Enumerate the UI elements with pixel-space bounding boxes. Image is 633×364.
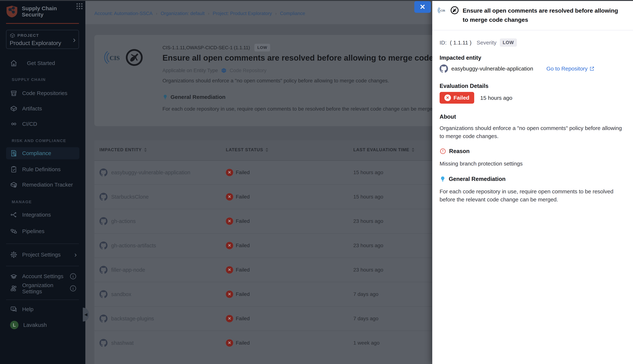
- table-row[interactable]: filler-app-node ✕Failed 23 hours ago: [94, 258, 453, 282]
- failed-status-badge: ✕ Failed: [440, 92, 474, 104]
- sidebar-item-label: CI/CD: [22, 121, 37, 127]
- column-impacted-entity[interactable]: IMPACTED ENTITY: [100, 147, 147, 152]
- supply-chain-security-shield-icon: [6, 5, 18, 18]
- severity-badge: LOW: [254, 44, 270, 52]
- sidebar-item-pipelines[interactable]: Pipelines: [6, 225, 79, 237]
- breadcrumb-account[interactable]: Account: Automation-SSCA: [94, 10, 152, 16]
- github-icon: [100, 266, 108, 274]
- failed-status-icon: ✕: [226, 339, 233, 346]
- cis-logo: CIS: [437, 6, 446, 15]
- home-icon: [10, 60, 18, 67]
- sidebar: Supply Chain Security PROJECT Product Ex…: [0, 0, 85, 364]
- status-label: Failed: [236, 170, 250, 176]
- sidebar-item-label: Artifacts: [22, 106, 42, 112]
- failed-status-icon: ✕: [226, 266, 233, 274]
- table-row[interactable]: shashwat ✕Failed 1 week ago: [94, 331, 453, 355]
- sidebar-item-rule-definitions[interactable]: Rule Definitions: [6, 163, 79, 176]
- go-to-repository-link[interactable]: Go to Repository: [546, 66, 594, 72]
- applicable-label: Applicable on Entity Type: [162, 68, 218, 74]
- evaluation-time: 1 week ago: [353, 340, 380, 346]
- project-name: Product Exploratory: [10, 40, 75, 46]
- sidebar-item-organization-settings[interactable]: Organization Settings: [6, 282, 79, 294]
- sidebar-item-label: Account Settings: [22, 273, 63, 280]
- severity-badge: LOW: [500, 38, 517, 47]
- sidebar-item-help[interactable]: ? Help: [6, 303, 79, 315]
- module-switcher-grid-icon[interactable]: [76, 2, 84, 10]
- table-header: IMPACTED ENTITY LATEST STATUS LAST EVALU…: [94, 140, 453, 161]
- table-row[interactable]: easybuggy-vulnerable-application ✕Failed…: [94, 160, 453, 185]
- table-row[interactable]: gh-actions-artifacts ✕Failed 23 hours ag…: [94, 234, 453, 258]
- project-chevron-icon: ›: [73, 36, 76, 44]
- evaluation-time: 23 hours ago: [353, 242, 383, 248]
- github-icon: [100, 168, 108, 176]
- status-label: Failed: [236, 194, 250, 200]
- failed-status-icon: ✕: [226, 242, 233, 249]
- window-top-edge: [0, 0, 633, 1]
- breadcrumb-organization[interactable]: Organization: default: [161, 10, 204, 16]
- chevron-separator-icon: ›: [275, 11, 277, 16]
- entity-name[interactable]: sandbox: [111, 291, 131, 297]
- sidebar-item-user[interactable]: L Lavakush: [6, 319, 79, 331]
- module-title: Supply Chain Security: [22, 5, 57, 18]
- sidebar-item-code-repositories[interactable]: Code Repositories: [6, 87, 79, 99]
- sort-icon[interactable]: [266, 148, 268, 152]
- sidebar-item-label: Code Repositories: [22, 90, 68, 96]
- sidebar-item-get-started[interactable]: Get Started: [6, 57, 79, 69]
- evaluation-time: 15 hours ago: [480, 95, 512, 101]
- github-icon: [100, 242, 108, 250]
- entity-name[interactable]: gh-actions-artifacts: [111, 242, 156, 249]
- table-row[interactable]: gh-actions ✕Failed 23 hours ago: [94, 209, 453, 234]
- project-selector[interactable]: PROJECT Product Exploratory ›: [6, 30, 79, 49]
- column-last-evaluation-time[interactable]: LAST EVALUATION TIME: [353, 147, 414, 152]
- drawer-divider: [432, 30, 633, 30]
- sidebar-item-integrations[interactable]: Integrations: [6, 209, 79, 221]
- drawer-title: Ensure all open comments are resolved be…: [463, 6, 624, 24]
- entity-name[interactable]: easybuggy-vulnerable-application: [111, 170, 190, 176]
- alert-circle-icon: [440, 148, 446, 154]
- svg-text:?: ?: [12, 307, 14, 310]
- sidebar-item-cicd[interactable]: CI/CD: [6, 118, 79, 130]
- sidebar-section-manage: MANAGE: [12, 200, 32, 204]
- sidebar-item-artifacts[interactable]: Artifacts: [6, 102, 79, 114]
- pipelines-icon: [10, 228, 18, 235]
- user-name: Lavakush: [23, 322, 47, 328]
- sidebar-item-label: Integrations: [22, 212, 51, 218]
- table-row[interactable]: sandbox ✕Failed 7 days ago: [94, 282, 453, 306]
- failed-status-icon: ✕: [226, 218, 233, 225]
- about-heading: About: [440, 114, 456, 120]
- table-row[interactable]: StarbucksClone ✕Failed 15 hours ago: [94, 185, 453, 209]
- entity-name[interactable]: backstage-plugins: [111, 316, 154, 322]
- id-value: ( 1.1.11 ): [450, 40, 472, 46]
- id-label: ID:: [440, 40, 446, 46]
- reason-text: Missing branch protection settings: [440, 160, 623, 168]
- sidebar-item-label: Organization Settings: [22, 282, 65, 294]
- sidebar-divider: [6, 266, 79, 266]
- github-icon: [100, 339, 108, 347]
- breadcrumb-compliance[interactable]: Compliance: [280, 10, 305, 16]
- status-label: Failed: [236, 218, 250, 224]
- breadcrumb-project[interactable]: Project: Product Exploratory: [213, 10, 272, 16]
- sidebar-item-remediation-tracker[interactable]: Remediation Tracker: [6, 179, 79, 191]
- entity-name[interactable]: StarbucksClone: [111, 194, 149, 200]
- evaluation-time: 15 hours ago: [353, 194, 383, 200]
- sidebar-item-compliance[interactable]: Compliance: [6, 147, 79, 159]
- lightbulb-icon: [162, 94, 168, 100]
- failed-status-icon: ✕: [226, 290, 233, 298]
- column-latest-status[interactable]: LATEST STATUS: [226, 147, 268, 152]
- avatar: L: [10, 321, 18, 329]
- help-chat-icon: ?: [10, 306, 18, 313]
- close-drawer-button[interactable]: ✕: [414, 1, 431, 13]
- impacted-entities-table: IMPACTED ENTITY LATEST STATUS LAST EVALU…: [94, 140, 453, 364]
- sidebar-item-project-settings[interactable]: Project Settings ›: [6, 249, 79, 261]
- sort-icon[interactable]: [144, 148, 147, 152]
- table-row[interactable]: backstage-plugins ✕Failed 7 days ago: [94, 306, 453, 331]
- evaluation-details-heading: Evaluation Details: [440, 83, 488, 89]
- entity-name[interactable]: shashwat: [111, 340, 134, 346]
- organization-settings-icon: [10, 285, 18, 292]
- module-logo-row[interactable]: Supply Chain Security: [6, 5, 79, 18]
- sidebar-item-account-settings[interactable]: Account Settings: [6, 270, 79, 282]
- entity-name[interactable]: filler-app-node: [111, 267, 145, 273]
- entity-name[interactable]: gh-actions: [111, 218, 136, 224]
- sort-icon[interactable]: [412, 148, 414, 152]
- general-remediation-heading: General Remediation: [170, 94, 226, 100]
